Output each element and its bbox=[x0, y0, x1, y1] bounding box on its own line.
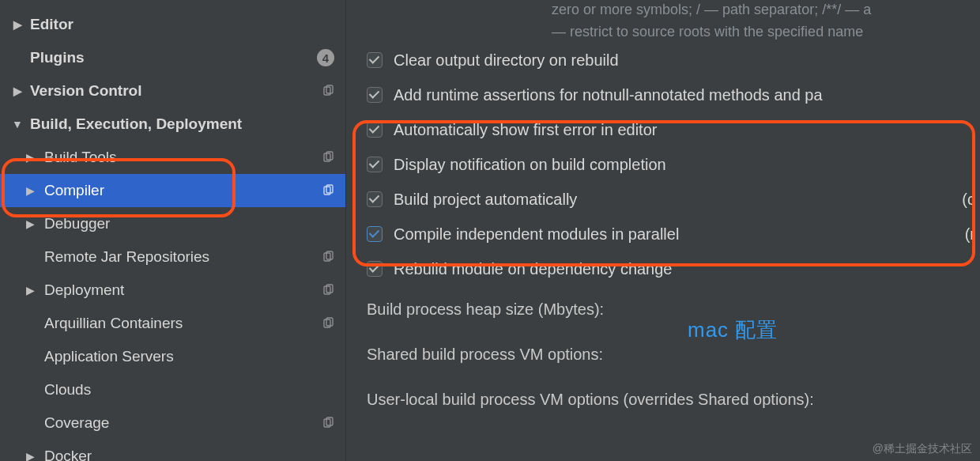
checkbox[interactable] bbox=[367, 191, 383, 207]
chevron-right-icon: ▶ bbox=[24, 450, 36, 461]
sidebar-item-compiler[interactable]: ▶ Compiler bbox=[0, 174, 345, 207]
scope-icon bbox=[322, 184, 334, 197]
option-auto-show-error[interactable]: Automatically show first error in editor bbox=[362, 112, 980, 147]
chevron-right-icon: ▶ bbox=[11, 18, 24, 31]
pattern-hint: zero or more symbols; / — path separator… bbox=[552, 0, 980, 43]
option-clear-output[interactable]: Clear output directory on rebuild bbox=[362, 43, 980, 77]
sidebar-item-remote-jar[interactable]: Remote Jar Repositories bbox=[0, 240, 345, 274]
option-runtime-assertions[interactable]: Add runtime assertions for notnull-annot… bbox=[362, 77, 980, 112]
sidebar-item-coverage[interactable]: Coverage bbox=[0, 406, 345, 440]
userlocal-vm-label: User-local build process VM options (ove… bbox=[362, 391, 980, 409]
plugins-badge: 4 bbox=[317, 49, 334, 66]
sidebar-item-arquillian[interactable]: Arquillian Containers bbox=[0, 307, 345, 340]
scope-icon bbox=[322, 85, 334, 97]
compiler-settings-panel: zero or more symbols; / — path separator… bbox=[346, 0, 980, 461]
checkbox[interactable] bbox=[367, 122, 383, 138]
label: Docker bbox=[44, 448, 92, 461]
label: Plugins bbox=[30, 49, 85, 66]
sidebar-item-deployment[interactable]: ▶ Deployment bbox=[0, 274, 345, 307]
shared-vm-label: Shared build process VM options: bbox=[362, 346, 980, 364]
sidebar-item-debugger[interactable]: ▶ Debugger bbox=[0, 207, 345, 240]
checkbox[interactable] bbox=[367, 87, 383, 103]
label: Version Control bbox=[30, 82, 141, 100]
sidebar-item-version-control[interactable]: ▶ Version Control bbox=[0, 74, 345, 108]
trail: (c bbox=[962, 191, 975, 209]
hint-line: — restrict to source roots with the spec… bbox=[552, 24, 863, 40]
label: Remote Jar Repositories bbox=[44, 248, 209, 266]
watermark: @稀土掘金技术社区 bbox=[873, 442, 972, 456]
label: Rebuild module on dependency change bbox=[394, 260, 673, 278]
sidebar-item-app-servers[interactable]: Application Servers bbox=[0, 340, 345, 373]
label: Compile independent modules in parallel bbox=[394, 225, 679, 244]
trail: (r bbox=[965, 225, 975, 244]
sidebar-item-build-tools[interactable]: ▶ Build Tools bbox=[0, 141, 345, 174]
label: Debugger bbox=[44, 215, 110, 232]
label: Application Servers bbox=[44, 348, 174, 365]
chevron-right-icon: ▶ bbox=[24, 217, 36, 230]
option-rebuild-dependency[interactable]: Rebuild module on dependency change bbox=[362, 251, 980, 286]
label: Build Tools bbox=[44, 149, 117, 166]
checkbox[interactable] bbox=[367, 157, 383, 172]
checkbox[interactable] bbox=[367, 261, 383, 277]
scope-icon bbox=[322, 151, 334, 164]
label: Arquillian Containers bbox=[44, 315, 183, 332]
sidebar-item-docker[interactable]: ▶ Docker bbox=[0, 440, 345, 461]
chevron-right-icon: ▶ bbox=[11, 85, 24, 97]
label: Coverage bbox=[44, 414, 109, 432]
sidebar-item-plugins[interactable]: Plugins 4 bbox=[0, 41, 345, 74]
label: Automatically show first error in editor bbox=[394, 121, 657, 139]
heap-size-label: Build process heap size (Mbytes): bbox=[362, 300, 980, 319]
chevron-right-icon: ▶ bbox=[24, 284, 36, 297]
label: Deployment bbox=[44, 282, 124, 299]
label: Add runtime assertions for notnull-annot… bbox=[394, 86, 823, 104]
option-compile-parallel[interactable]: Compile independent modules in parallel … bbox=[362, 217, 980, 251]
sidebar-item-build-execution-deployment[interactable]: ▼ Build, Execution, Deployment bbox=[0, 108, 345, 141]
checkbox[interactable] bbox=[367, 226, 383, 242]
label: Build, Execution, Deployment bbox=[30, 115, 242, 133]
chevron-right-icon: ▶ bbox=[24, 184, 36, 197]
option-build-automatically[interactable]: Build project automatically (c bbox=[362, 182, 980, 217]
annotation-text: mac 配置 bbox=[688, 316, 778, 344]
chevron-right-icon: ▶ bbox=[24, 151, 36, 164]
scope-icon bbox=[322, 284, 334, 297]
label: Display notification on build completion bbox=[394, 156, 666, 174]
label: Clouds bbox=[44, 381, 91, 399]
label: Compiler bbox=[44, 182, 104, 199]
sidebar-item-clouds[interactable]: Clouds bbox=[0, 373, 345, 406]
label: Editor bbox=[30, 16, 74, 33]
option-display-notification[interactable]: Display notification on build completion bbox=[362, 147, 980, 182]
settings-sidebar: ▶ Editor Plugins 4 ▶ Version Control ▼ B… bbox=[0, 0, 346, 461]
sidebar-item-editor[interactable]: ▶ Editor bbox=[0, 8, 345, 41]
hint-line: zero or more symbols; / — path separator… bbox=[552, 2, 871, 17]
scope-icon bbox=[322, 317, 334, 330]
scope-icon bbox=[322, 251, 334, 263]
label: Build project automatically bbox=[394, 191, 577, 209]
checkbox[interactable] bbox=[367, 52, 383, 68]
label: Clear output directory on rebuild bbox=[394, 51, 619, 70]
scope-icon bbox=[322, 417, 334, 429]
chevron-down-icon: ▼ bbox=[11, 118, 24, 130]
